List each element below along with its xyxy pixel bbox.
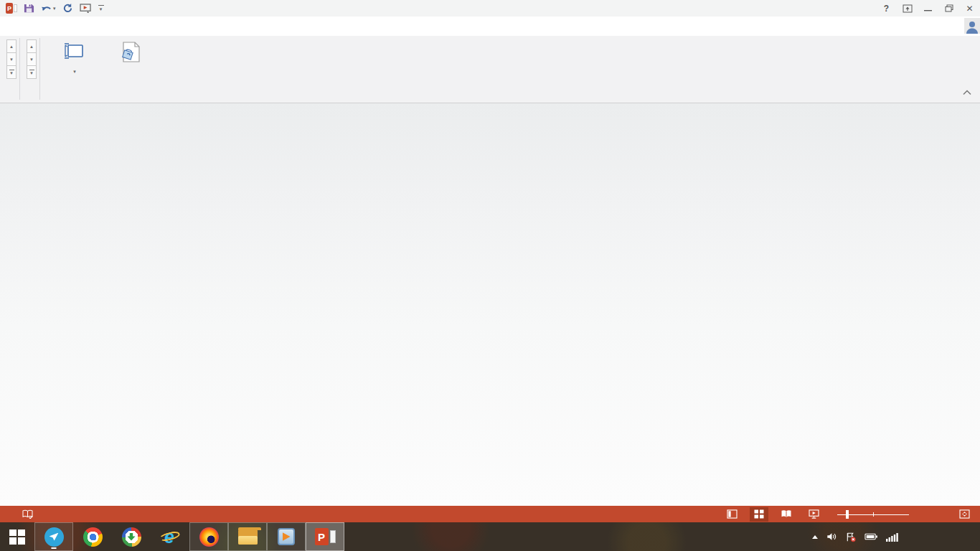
slide-size-icon xyxy=(64,39,85,65)
telegram-badge xyxy=(51,547,57,549)
system-tray xyxy=(812,522,980,551)
idm-icon xyxy=(122,527,141,547)
taskbar-file-explorer[interactable] xyxy=(228,522,267,551)
customize-group: ▾ xyxy=(40,36,164,103)
save-icon[interactable] xyxy=(24,2,34,15)
zoom-control xyxy=(831,510,915,519)
help-icon[interactable]: ? xyxy=(876,1,897,17)
status-bar xyxy=(0,506,980,522)
powerpoint-window: P ▾ ▾ ? xyxy=(0,0,980,551)
reading-view-icon[interactable] xyxy=(777,507,796,522)
network-signal-icon[interactable] xyxy=(886,532,899,542)
title-bar: P ▾ ▾ ? xyxy=(0,0,980,17)
powerpoint-icon: P xyxy=(315,528,336,545)
powerpoint-app-icon[interactable]: P xyxy=(6,2,17,15)
themes-scroll-down-icon[interactable]: ▼ xyxy=(6,52,17,66)
themes-group-label xyxy=(4,90,17,103)
ribbon-tab-row xyxy=(0,17,980,36)
variants-group: ▲ ▼ ▼ xyxy=(20,36,39,103)
restore-icon[interactable] xyxy=(938,1,959,17)
ribbon-design-tab-content: ▲ ▼ ▼ ▲ ▼ ▼ xyxy=(0,36,980,103)
quick-access-toolbar: P ▾ ▾ xyxy=(0,2,104,15)
variants-scroll-up-icon[interactable]: ▲ xyxy=(27,39,37,53)
zoom-slider[interactable] xyxy=(837,510,909,519)
customize-group-label xyxy=(44,90,161,103)
battery-icon[interactable] xyxy=(864,532,878,541)
slide-grid xyxy=(0,103,925,114)
themes-more-icon[interactable]: ▼ xyxy=(6,65,17,79)
themes-group: ▲ ▼ ▼ xyxy=(0,36,19,103)
chrome-icon xyxy=(83,527,103,547)
variants-scroll-down-icon[interactable]: ▼ xyxy=(27,52,37,66)
user-avatar-icon[interactable] xyxy=(964,18,980,34)
normal-view-icon[interactable] xyxy=(722,507,741,522)
minimize-icon[interactable] xyxy=(918,1,938,17)
collapse-ribbon-icon[interactable] xyxy=(963,85,971,98)
slide-size-button[interactable]: ▾ xyxy=(47,38,102,77)
media-player-icon xyxy=(278,528,295,545)
fit-slide-to-window-icon[interactable] xyxy=(955,507,974,522)
slide-sorter-view-icon[interactable] xyxy=(750,507,768,522)
start-button[interactable] xyxy=(0,522,34,551)
customize-qat-icon[interactable]: ▾ xyxy=(98,2,104,15)
taskbar-powerpoint[interactable]: P xyxy=(306,522,344,551)
themes-gallery-scroll: ▲ ▼ ▼ xyxy=(6,40,17,79)
undo-icon[interactable]: ▾ xyxy=(41,2,56,15)
taskbar-firefox[interactable] xyxy=(189,522,228,551)
variants-more-icon[interactable]: ▼ xyxy=(27,65,37,79)
themes-scroll-up-icon[interactable]: ▲ xyxy=(6,39,17,53)
window-controls: ? ✕ xyxy=(876,1,980,17)
slide-show-icon[interactable] xyxy=(804,507,823,522)
taskbar-chrome[interactable] xyxy=(73,522,112,551)
internet-explorer-icon: e xyxy=(160,527,180,547)
format-background-icon xyxy=(119,39,142,65)
undo-dropdown-caret[interactable]: ▾ xyxy=(53,6,56,11)
close-icon[interactable]: ✕ xyxy=(959,1,980,17)
ribbon-display-options-icon[interactable] xyxy=(897,1,918,17)
repeat-icon[interactable] xyxy=(62,2,73,15)
file-explorer-icon xyxy=(238,529,258,545)
slide-sorter-area xyxy=(0,103,980,506)
windows-logo-icon xyxy=(9,529,25,545)
variants-gallery-scroll: ▲ ▼ ▼ xyxy=(27,40,37,79)
taskbar-internet-explorer[interactable]: e xyxy=(151,522,189,551)
hidden-icons-chevron[interactable] xyxy=(812,535,818,539)
telegram-icon xyxy=(44,527,64,547)
taskbar-media-player[interactable] xyxy=(267,522,306,551)
windows-taskbar: e P xyxy=(0,522,980,551)
spell-check-icon[interactable] xyxy=(22,507,33,522)
taskbar-telegram[interactable] xyxy=(34,522,73,551)
start-from-beginning-icon[interactable] xyxy=(80,2,92,15)
format-background-button[interactable] xyxy=(103,38,158,65)
variants-group-label xyxy=(24,90,37,103)
firefox-icon xyxy=(199,527,219,547)
sign-in[interactable] xyxy=(959,18,980,34)
zoom-slider-handle[interactable] xyxy=(846,510,849,519)
volume-icon[interactable] xyxy=(826,532,837,542)
taskbar-idm[interactable] xyxy=(112,522,151,551)
action-center-flag-icon[interactable] xyxy=(845,532,857,542)
